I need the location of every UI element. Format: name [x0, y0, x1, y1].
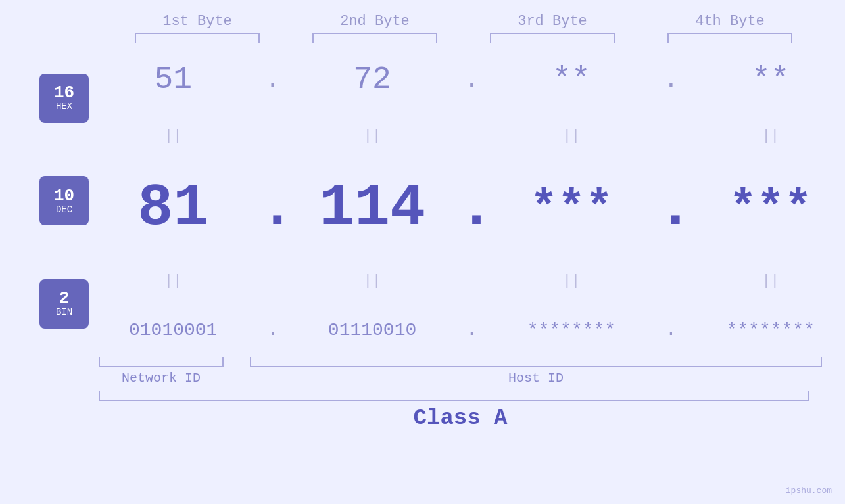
dec-byte1: 81: [110, 175, 235, 242]
bottom-brackets: [99, 357, 822, 367]
network-id-label: Network ID: [122, 371, 201, 386]
watermark-container: ipshu.com: [786, 484, 832, 496]
byte2-bracket: [312, 33, 437, 43]
network-bracket: [99, 357, 224, 367]
dec-dot2: .: [458, 179, 485, 238]
hex-dot2: .: [458, 66, 485, 94]
byte3-header: 3rd Byte: [490, 13, 615, 43]
hex-dot3: .: [658, 66, 684, 94]
hex-badge: 16 HEX: [39, 74, 89, 123]
eq1-b4: ||: [708, 128, 833, 145]
dec-badge: 10 DEC: [39, 176, 89, 225]
bin-dot2: .: [458, 320, 485, 340]
bottom-section: Network ID Host ID Class A: [0, 357, 845, 430]
eq2-b2: ||: [310, 273, 435, 289]
bin-byte2: 01110010: [310, 320, 435, 340]
hex-byte2: 72: [310, 62, 435, 97]
eq2-b3: ||: [509, 273, 634, 289]
class-label-container: Class A: [99, 405, 822, 430]
hex-row: 51 . 72 . ** . **: [99, 62, 845, 97]
dec-row: 81 . 114 . *** . ***: [99, 175, 845, 242]
eq1-b2: ||: [310, 128, 435, 145]
byte1-bracket: [135, 33, 260, 43]
middle-section: 16 HEX 10 DEC 2 BIN 51 . 72 . ** . **: [0, 47, 845, 355]
eq1-b3: ||: [509, 128, 634, 145]
dec-byte4: ***: [708, 183, 833, 235]
bin-byte3: ********: [509, 320, 634, 340]
bin-byte1: 01010001: [110, 320, 235, 340]
dec-byte2: 114: [310, 175, 435, 242]
host-id-label-container: Host ID: [250, 371, 822, 386]
class-bracket: [99, 391, 809, 401]
eq2-b1: ||: [110, 273, 235, 289]
bin-dot3: .: [658, 320, 684, 340]
byte-headers: 1st Byte 2nd Byte 3rd Byte 4th Byte: [109, 0, 819, 43]
byte2-header: 2nd Byte: [312, 13, 437, 43]
eq1-b1: ||: [110, 128, 235, 145]
eq-row2: || || || ||: [99, 273, 845, 289]
byte3-label: 3rd Byte: [518, 13, 587, 30]
byte4-header: 4th Byte: [667, 13, 792, 43]
dec-byte3: ***: [509, 183, 634, 235]
byte4-label: 4th Byte: [695, 13, 765, 30]
byte3-bracket: [490, 33, 615, 43]
eq-row1: || || || ||: [99, 128, 845, 145]
bin-row: 01010001 . 01110010 . ******** . *******…: [99, 320, 845, 340]
badges-column: 16 HEX 10 DEC 2 BIN: [0, 47, 99, 355]
hex-byte3: **: [509, 62, 634, 97]
dec-dot1: .: [260, 179, 286, 238]
bin-badge: 2 BIN: [39, 279, 89, 329]
bin-byte4: ********: [708, 320, 833, 340]
hex-byte4: **: [708, 62, 833, 97]
class-label: Class A: [414, 405, 508, 430]
byte1-header: 1st Byte: [135, 13, 260, 43]
byte1-label: 1st Byte: [162, 13, 232, 30]
byte4-bracket: [667, 33, 792, 43]
host-bracket: [250, 357, 822, 367]
bin-dot1: .: [260, 320, 286, 340]
dec-dot3: .: [658, 179, 684, 238]
bottom-labels: Network ID Host ID: [99, 371, 822, 386]
hex-dot1: .: [260, 66, 286, 94]
network-id-label-container: Network ID: [99, 371, 224, 386]
values-area: 51 . 72 . ** . ** || || || || 81: [99, 47, 845, 355]
byte2-label: 2nd Byte: [340, 13, 410, 30]
page-container: 1st Byte 2nd Byte 3rd Byte 4th Byte 16 H…: [0, 0, 845, 504]
hex-byte1: 51: [110, 62, 235, 97]
eq2-b4: ||: [708, 273, 833, 289]
watermark-text: ipshu.com: [786, 486, 832, 495]
host-id-label: Host ID: [508, 371, 564, 386]
